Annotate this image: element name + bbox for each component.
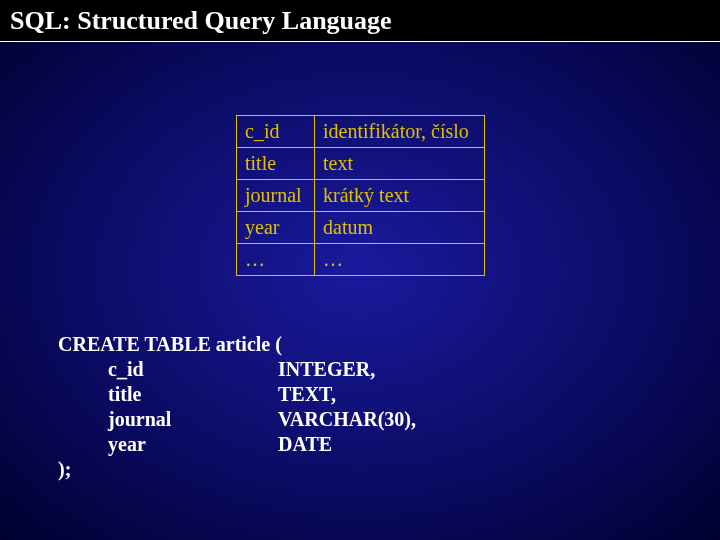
code-line: c_idINTEGER, [58, 357, 416, 382]
code-line: titleTEXT, [58, 382, 416, 407]
table-row: … … [237, 244, 485, 276]
table: c_id identifikátor, číslo title text jou… [236, 115, 485, 276]
table-row: c_id identifikátor, číslo [237, 116, 485, 148]
table-row: journal krátký text [237, 180, 485, 212]
code-line: journalVARCHAR(30), [58, 407, 416, 432]
desc-cell: … [315, 244, 485, 276]
code-line: ); [58, 457, 416, 482]
desc-cell: krátký text [315, 180, 485, 212]
field-table: c_id identifikátor, číslo title text jou… [236, 115, 485, 276]
page-title: SQL: Structured Query Language [10, 6, 392, 36]
code-line: yearDATE [58, 432, 416, 457]
field-cell: journal [237, 180, 315, 212]
code-block: CREATE TABLE article ( c_idINTEGER, titl… [58, 332, 416, 482]
field-cell: year [237, 212, 315, 244]
desc-cell: datum [315, 212, 485, 244]
field-cell: … [237, 244, 315, 276]
table-row: title text [237, 148, 485, 180]
desc-cell: identifikátor, číslo [315, 116, 485, 148]
desc-cell: text [315, 148, 485, 180]
table-row: year datum [237, 212, 485, 244]
code-line: CREATE TABLE article ( [58, 332, 416, 357]
field-cell: title [237, 148, 315, 180]
field-cell: c_id [237, 116, 315, 148]
title-bar: SQL: Structured Query Language [0, 0, 720, 42]
